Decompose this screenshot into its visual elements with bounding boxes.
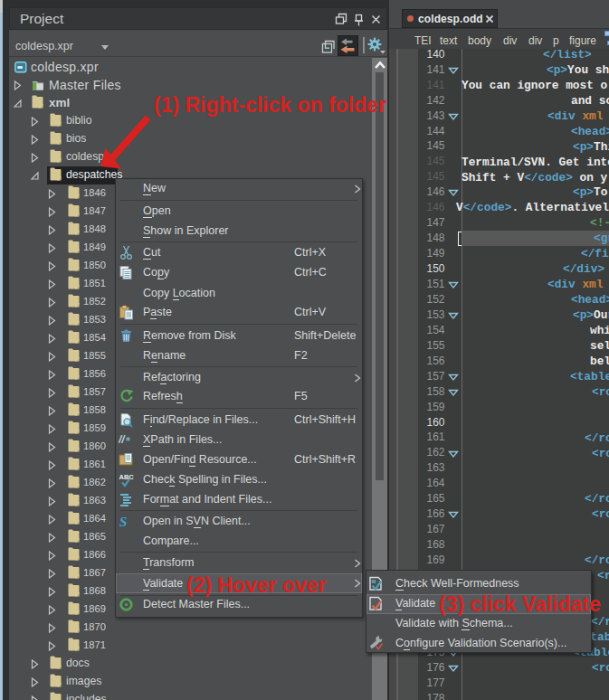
svg-text:ABC: ABC <box>119 473 135 481</box>
svg-text:S: S <box>119 515 127 529</box>
svg-text:w: w <box>371 578 377 584</box>
svg-text:*: * <box>126 434 131 448</box>
